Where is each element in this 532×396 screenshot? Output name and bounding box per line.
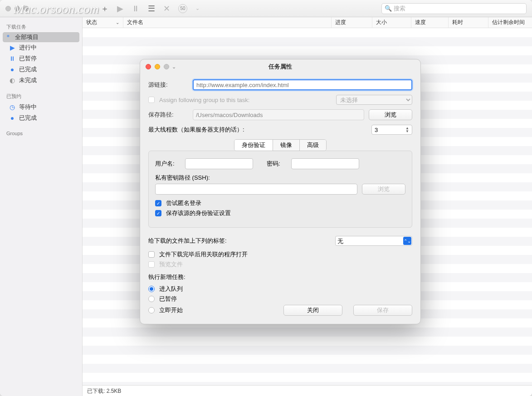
col-progress[interactable]: 进度 bbox=[332, 17, 372, 28]
moon-icon: ◐ bbox=[9, 77, 15, 84]
open-after-checkbox[interactable] bbox=[148, 251, 155, 258]
ssh-browse-button[interactable]: 浏览 bbox=[362, 184, 405, 195]
save-path-label: 保存路径: bbox=[148, 111, 188, 119]
speed-limit-button[interactable]: 50 bbox=[178, 4, 187, 13]
tab-mirror[interactable]: 镜像 bbox=[273, 140, 300, 151]
dot-icon: ● bbox=[9, 114, 15, 122]
window-minimize-icon[interactable] bbox=[15, 6, 20, 11]
col-status[interactable]: 状态⌄ bbox=[83, 17, 123, 28]
tags-select[interactable]: 无 bbox=[335, 236, 412, 246]
close-button[interactable]: 关闭 bbox=[283, 305, 342, 316]
sidebar-item-completed[interactable]: ●已完成 bbox=[3, 64, 79, 75]
play-icon: ▶ bbox=[9, 44, 15, 51]
radio-enter-queue[interactable] bbox=[148, 286, 155, 292]
status-bar: 已下载: 2.5KB bbox=[83, 385, 532, 396]
play-icon[interactable]: ▶ bbox=[117, 5, 123, 13]
sidebar-item-label: 已暂停 bbox=[19, 54, 37, 63]
max-threads-stepper[interactable]: 3 ▲▼ bbox=[371, 125, 412, 135]
chevron-down-icon[interactable]: ⌄ bbox=[195, 6, 200, 11]
anon-login-label: 尝试匿名登录 bbox=[166, 199, 201, 207]
window-zoom-icon[interactable] bbox=[24, 6, 29, 11]
exec-new-task-label: 執行新增任務: bbox=[148, 273, 412, 281]
col-filename[interactable]: 文件名 bbox=[123, 17, 332, 28]
ssh-key-input[interactable] bbox=[155, 184, 357, 195]
radio-start-now-label: 立即开始 bbox=[159, 306, 183, 314]
pause-icon[interactable]: ⏸ bbox=[132, 5, 140, 13]
save-auth-label: 保存该源的身份验证设置 bbox=[166, 209, 231, 217]
auth-panel: 用户名: 密码: 私有密钥路径 (SSH): 浏览 ✓ 尝试匿名登录 ✓ 保存该… bbox=[148, 151, 412, 228]
tab-segment: 身份验证 镜像 高级 bbox=[234, 139, 327, 151]
sidebar-item-label: 等待中 bbox=[19, 103, 37, 111]
assign-group-checkbox[interactable] bbox=[148, 97, 155, 103]
sidebar-item-scheduled-completed[interactable]: ●已完成 bbox=[3, 112, 79, 123]
tab-advanced[interactable]: 高级 bbox=[300, 140, 326, 151]
password-label: 密码: bbox=[267, 160, 287, 168]
sidebar-item-label: 已完成 bbox=[19, 114, 37, 122]
stepper-icon[interactable]: ▲▼ bbox=[405, 127, 409, 133]
sidebar-item-label: 未完成 bbox=[19, 76, 37, 84]
sidebar-item-label: 已完成 bbox=[19, 65, 37, 73]
preview-label: 预览文件 bbox=[159, 260, 183, 269]
tab-auth[interactable]: 身份验证 bbox=[234, 140, 273, 151]
sidebar-item-in-progress[interactable]: ▶进行中 bbox=[3, 42, 79, 53]
sidebar-item-paused[interactable]: ⏸已暂停 bbox=[3, 53, 79, 64]
stop-icon[interactable]: ✕ bbox=[163, 5, 170, 13]
max-threads-value: 3 bbox=[375, 127, 378, 133]
window-traffic-lights bbox=[5, 6, 29, 11]
browse-button[interactable]: 浏览 bbox=[369, 109, 412, 120]
sidebar: 下载任务 ＊全部项目 ▶进行中 ⏸已暂停 ●已完成 ◐未完成 已预约 ◷等待中 … bbox=[0, 17, 83, 396]
username-label: 用户名: bbox=[155, 160, 181, 168]
radio-paused[interactable] bbox=[148, 296, 155, 302]
save-path-input[interactable] bbox=[193, 109, 364, 120]
anon-login-checkbox[interactable]: ✓ bbox=[155, 200, 161, 206]
sidebar-item-waiting[interactable]: ◷等待中 bbox=[3, 102, 79, 112]
preview-checkbox bbox=[148, 261, 155, 268]
add-icon[interactable]: ＋ bbox=[101, 5, 109, 13]
col-speed[interactable]: 速度 bbox=[411, 17, 449, 28]
window-close-icon[interactable] bbox=[5, 6, 11, 11]
sidebar-item-label: 进行中 bbox=[19, 44, 37, 52]
save-button[interactable]: 保存 bbox=[353, 305, 412, 316]
source-url-label: 源链接: bbox=[148, 81, 188, 89]
sidebar-section-scheduled: 已预约 bbox=[0, 90, 82, 102]
source-url-input[interactable] bbox=[193, 79, 412, 90]
task-properties-dialog: ⌄ 任务属性 源链接: Assign following group to th… bbox=[140, 59, 421, 324]
search-icon: 🔍 bbox=[385, 5, 392, 12]
search-box[interactable]: 🔍 bbox=[381, 3, 527, 14]
table-header: 状态⌄ 文件名 进度 大小 速度 耗时 估计剩余时间 bbox=[83, 17, 532, 28]
sidebar-item-incomplete[interactable]: ◐未完成 bbox=[3, 75, 79, 86]
radio-start-now[interactable] bbox=[148, 307, 155, 313]
radio-paused-label: 已暂停 bbox=[159, 295, 177, 303]
save-auth-checkbox[interactable]: ✓ bbox=[155, 210, 161, 216]
username-input[interactable] bbox=[185, 158, 253, 169]
tags-label: 给下载的文件加上下列的标签: bbox=[148, 237, 331, 245]
password-input[interactable] bbox=[291, 158, 359, 169]
asterisk-icon: ＊ bbox=[5, 33, 11, 41]
sidebar-item-all[interactable]: ＊全部项目 bbox=[3, 32, 79, 42]
downloaded-label: 已下载: 2.5KB bbox=[87, 388, 121, 394]
open-after-label: 文件下载完毕后用关联的程序打开 bbox=[159, 250, 248, 259]
assign-group-label: Assign following group to this task: bbox=[159, 97, 332, 103]
sidebar-section-groups: Groups bbox=[0, 128, 82, 138]
sidebar-section-downloads: 下载任务 bbox=[0, 21, 82, 32]
chevron-down-icon[interactable]: ⌄ bbox=[116, 20, 119, 25]
max-threads-label: 最大线程数（如果服务器支持的话）: bbox=[148, 126, 367, 134]
group-select[interactable]: 未选择 bbox=[336, 95, 412, 105]
dot-icon: ● bbox=[9, 66, 15, 73]
col-elapsed[interactable]: 耗时 bbox=[449, 17, 488, 28]
pause-icon: ⏸ bbox=[9, 55, 15, 62]
col-size[interactable]: 大小 bbox=[372, 17, 411, 28]
col-eta[interactable]: 估计剩余时间 bbox=[488, 17, 532, 28]
sidebar-item-label: 全部项目 bbox=[15, 33, 39, 41]
ssh-key-label: 私有密钥路径 (SSH): bbox=[155, 174, 210, 182]
clock-icon: ◷ bbox=[9, 103, 15, 111]
titlebar: ＋ ▶ ⏸ ☰ ✕ 50 ⌄ 🔍 bbox=[0, 0, 532, 17]
chevron-updown-icon: ⌃⌄ bbox=[403, 237, 411, 245]
radio-enter-queue-label: 进入队列 bbox=[159, 285, 183, 293]
search-input[interactable] bbox=[394, 5, 523, 12]
list-icon[interactable]: ☰ bbox=[148, 5, 155, 13]
dialog-title: 任务属性 bbox=[140, 63, 420, 71]
